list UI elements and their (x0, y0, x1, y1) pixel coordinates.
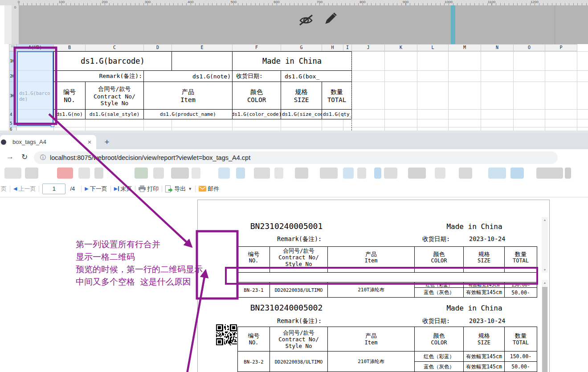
screen: 0100200300400500600700800900100011001200… (0, 0, 588, 372)
blurred-bookmark (192, 168, 200, 179)
designer-bind-size[interactable]: ds1.G(size_code (281, 109, 322, 119)
designer-header-item[interactable]: 产品 Item (143, 82, 233, 110)
scrollbar-thumb[interactable] (542, 287, 547, 372)
selection-handle[interactable] (51, 123, 54, 127)
t1-no-value: BN-23-1 (237, 282, 270, 298)
header-no-cn: 编号 (63, 88, 76, 96)
blurred-bookmark (488, 168, 506, 179)
designer-cell-remark[interactable]: Remark(备注): (53, 70, 144, 82)
t2-header-no: 编号NO. (237, 327, 270, 352)
column-header-g[interactable]: G (281, 44, 322, 51)
row-header-5[interactable]: 5 (9, 119, 16, 127)
ruler-number: 900 (403, 0, 408, 4)
designer-cell-barcode-title[interactable]: ds1.G(barcode) (53, 51, 172, 71)
designer-bind-qty[interactable]: ds1.G(qty_ (322, 109, 352, 119)
designer-cell-note[interactable]: ds1.G(note) (143, 70, 233, 82)
prev-page-button[interactable]: ◀ 上一页 (13, 185, 36, 193)
column-header-h[interactable]: H (322, 44, 343, 51)
tab-favicon (1, 139, 6, 145)
selected-cell-formula: ds1.G(barcode) (19, 90, 50, 102)
column-header-o[interactable]: O (513, 44, 545, 51)
forward-icon[interactable]: → (6, 152, 14, 161)
address-field[interactable]: ⓘ localhost:8075/webroot/decision/view/r… (34, 151, 558, 164)
scrollbar-lower[interactable]: ▲ (542, 280, 548, 372)
first-page-button[interactable]: 页 (1, 185, 7, 193)
bookmarks-blur-strip (0, 166, 588, 180)
designer-cell-receipt-date[interactable]: 收货日期: (232, 70, 281, 82)
hide-eye-icon[interactable] (297, 10, 315, 29)
designer-header-no[interactable]: 编号 NO. (53, 82, 86, 110)
next-label: 下一页 (90, 185, 107, 193)
column-header-l[interactable]: L (417, 44, 449, 51)
designer-header-qty[interactable]: 数量 TOTAL (322, 82, 352, 110)
column-header-b[interactable]: B (53, 44, 86, 51)
info-icon[interactable]: ⓘ (40, 154, 46, 162)
scroll-down-icon[interactable]: ▼ (542, 267, 548, 273)
blurred-bookmark (274, 168, 283, 179)
scroll-up-icon[interactable]: ▲ (542, 280, 548, 286)
row-header-1[interactable]: 1H) (9, 51, 16, 71)
ruler-number: 500 (231, 0, 237, 4)
select-all-corner[interactable]: ⠿⠿ (9, 44, 16, 51)
designer-header-color[interactable]: 颜色 COLOR (232, 82, 281, 110)
last-page-button[interactable]: ▶ 末页 (114, 185, 132, 193)
designer-grid: ⠿⠿ A(HB)BCDEFGHIJKLMNOP 1H)2H)3H)456 ds1… (0, 44, 588, 131)
reload-icon[interactable]: ↻ (21, 152, 28, 162)
last-label: 末页 (120, 185, 132, 193)
edit-pencil-icon[interactable] (321, 10, 339, 29)
column-header-m[interactable]: M (448, 44, 481, 51)
column-header-i[interactable]: I (343, 44, 352, 51)
t1-empty-cell (270, 268, 328, 273)
row-header-4[interactable]: 4 (9, 109, 16, 119)
page-border-top (197, 200, 549, 200)
t2-header-item: 产品Item (327, 327, 415, 352)
scrollbar-upper[interactable]: ▲ ▼ (542, 217, 548, 273)
row-header-6[interactable]: 6 (9, 127, 16, 131)
column-header-j[interactable]: J (351, 44, 385, 51)
print-button[interactable]: 打印 (139, 185, 159, 193)
page-number-input[interactable] (42, 184, 65, 194)
ruler-number: 300 (145, 0, 151, 4)
blurred-bookmark (374, 168, 381, 179)
designer-cell-made-in-china[interactable]: Made in China (232, 51, 352, 71)
designer-cell-e1[interactable] (172, 51, 233, 71)
column-header-a(hb)[interactable]: A(HB) (16, 44, 54, 51)
t1-empty-cell (414, 268, 464, 273)
tab-box-tags[interactable]: box_tags_A4 × (0, 135, 96, 149)
mail-button[interactable]: 邮件 (199, 185, 219, 193)
designer-bind-color[interactable]: ds1.G(color_code) (232, 109, 281, 119)
qr-code (216, 324, 237, 345)
designer-bind-product[interactable]: ds1.G(product_name) (143, 109, 233, 119)
selected-merged-cell-barcode[interactable]: ds1.G(barcode) (17, 51, 53, 126)
designer-cell-box[interactable]: ds1.G(box_ (281, 70, 352, 82)
section2-remark-label: Remark(备注): (277, 317, 322, 325)
new-tab-button[interactable]: + (102, 137, 112, 147)
designer-header-size[interactable]: 规格 SIZE (281, 82, 322, 110)
designer-bind-no[interactable]: ds1.G(no) (53, 109, 86, 119)
blurred-bookmark (459, 168, 472, 179)
column-header-d[interactable]: D (143, 44, 172, 51)
ruler-number: 400 (188, 0, 193, 4)
column-header-f[interactable]: F (232, 44, 281, 51)
next-page-button[interactable]: ▶ 下一页 (85, 185, 107, 193)
t1-empty-cell (504, 268, 537, 273)
designer-bind-sale-style[interactable]: ds1.G(sale_style) (85, 109, 144, 119)
t2-color-row1: 红色（彩蓝） (414, 351, 464, 362)
tab-close-icon[interactable]: × (86, 138, 94, 146)
column-header-e[interactable]: E (172, 44, 233, 51)
column-header-n[interactable]: N (481, 44, 514, 51)
header-qty-cn: 数量 (331, 88, 343, 96)
designer-header-contract[interactable]: 合同号/款号 Contract No/ Style No (85, 82, 144, 110)
column-header-c[interactable]: C (85, 44, 144, 51)
row-header-3[interactable]: 3H) (9, 82, 16, 110)
row-header-2[interactable]: 2H) (9, 70, 16, 82)
blurred-bookmark (135, 168, 148, 179)
ruler-number: 0 (18, 0, 20, 4)
t2-header-qty: 数量TOTAL (504, 327, 537, 352)
export-button[interactable]: 导出 ▼ (165, 185, 192, 193)
column-header-p[interactable]: P (545, 44, 577, 51)
annotation-line-2: 显示一格二维码 (76, 250, 203, 263)
header-item-en: Item (180, 96, 196, 103)
column-header-k[interactable]: K (384, 44, 417, 51)
scroll-up-icon[interactable]: ▲ (542, 217, 548, 223)
